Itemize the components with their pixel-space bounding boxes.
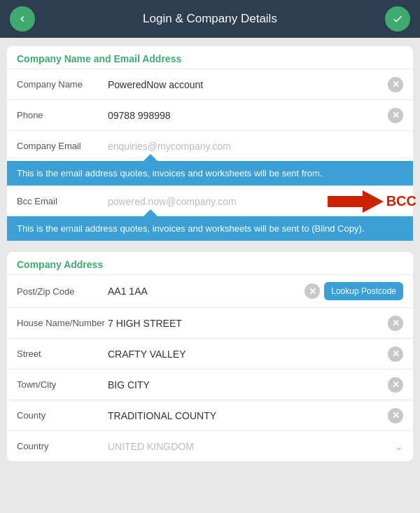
bcc-email-label: Bcc Email [17,196,108,206]
phone-label: Phone [17,110,108,120]
county-row: County ✕ [7,400,413,430]
street-label: Street [17,349,108,359]
country-label: Country [17,441,108,451]
town-label: Town/City [17,379,108,390]
bcc-tooltip: This is the email address quotes, invoic… [7,216,413,241]
town-input[interactable] [108,379,388,391]
company-email-label: Company Email [17,141,108,151]
street-input[interactable] [108,349,388,360]
postcode-label: Post/Zip Code [17,286,108,297]
email-tooltip: This is the email address quotes, invoic… [7,161,413,185]
county-clear[interactable]: ✕ [388,408,403,423]
company-email-input[interactable] [108,141,403,152]
header: Login & Company Details [0,0,420,38]
street-clear[interactable]: ✕ [388,346,403,362]
postcode-input[interactable] [108,286,304,297]
company-name-input[interactable] [108,79,388,90]
company-email-row: Company Email [7,130,413,161]
county-input[interactable] [108,410,388,421]
company-address-section: Company Address Post/Zip Code ✕ Lookup P… [7,252,413,461]
phone-row: Phone ✕ [7,99,413,130]
section1-title: Company Name and Email Address [7,46,413,69]
town-clear[interactable]: ✕ [388,377,403,393]
house-number-row: House Name/Number ✕ [7,307,413,338]
page-title: Login & Company Details [143,12,277,26]
postcode-clear[interactable]: ✕ [304,283,320,299]
house-number-input[interactable] [108,318,388,329]
bcc-email-row: Bcc Email BCC [7,185,413,216]
chevron-down-icon[interactable]: ⌄ [394,440,403,453]
house-number-label: House Name/Number [17,318,108,328]
phone-input[interactable] [108,110,388,121]
street-row: Street ✕ [7,338,413,369]
confirm-button[interactable] [385,6,410,31]
country-value: UNITED KINGDOM [108,441,394,452]
company-name-clear[interactable]: ✕ [388,77,403,92]
country-row: Country UNITED KINGDOM ⌄ [7,430,413,461]
postcode-row: Post/Zip Code ✕ Lookup Postcode [7,274,413,307]
company-name-row: Company Name ✕ [7,69,413,99]
company-name-label: Company Name [17,79,108,90]
company-info-section: Company Name and Email Address Company N… [7,46,413,241]
lookup-postcode-button[interactable]: Lookup Postcode [324,282,403,300]
bcc-email-input[interactable] [108,196,403,207]
back-button[interactable] [10,6,35,31]
house-number-clear[interactable]: ✕ [388,316,403,331]
main-content: Company Name and Email Address Company N… [0,38,420,481]
town-row: Town/City ✕ [7,369,413,400]
phone-clear[interactable]: ✕ [388,108,403,123]
county-label: County [17,410,108,421]
section2-title: Company Address [7,252,413,274]
